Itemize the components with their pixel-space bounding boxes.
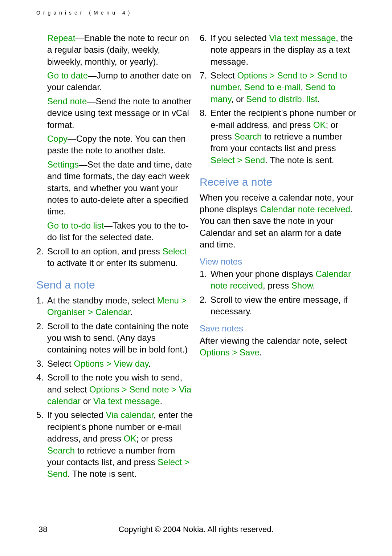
text: ; or press [136, 434, 172, 443]
send-step-5: 5. If you selected Via calendar, enter t… [36, 409, 193, 480]
arrow-icon: > [182, 457, 189, 467]
option-copy: Copy—Copy the note. You can then paste t… [36, 133, 193, 157]
arrow-icon: > [235, 155, 245, 165]
arrow-icon: > [267, 70, 277, 80]
display-text: Calendar note received [260, 204, 350, 214]
softkey: OK [313, 120, 326, 130]
heading-save-notes: Save notes [200, 323, 356, 334]
softkey: Show [291, 281, 313, 290]
receive-paragraph: When you receive a calendar note, your p… [200, 192, 356, 251]
text: . The note is sent. [68, 469, 136, 479]
page: Organiser (Menu 4) Repeat—Enable the not… [0, 0, 392, 556]
softkey: OK [124, 434, 136, 443]
view-step-2: 2. Scroll to view the entire message, if… [200, 294, 356, 318]
arrow-icon: > [230, 347, 240, 357]
text: When your phone displays [211, 269, 316, 279]
menu-path: Calendar [95, 307, 130, 317]
view-step-1: 1. When your phone displays Calendar not… [200, 268, 356, 292]
softkey: Select [163, 246, 187, 256]
arrow-icon: > [307, 70, 317, 80]
menu-path: Options [200, 347, 230, 357]
softkey: Select [211, 155, 235, 165]
menu-path: Menu [157, 295, 179, 305]
term: Go to date [47, 70, 88, 80]
step-2-select: 2. Scroll to an option, and press Select… [36, 246, 193, 269]
arrow-icon: > [179, 295, 187, 305]
save-paragraph: After viewing the calendar note, select … [200, 335, 356, 359]
term: Copy [47, 134, 68, 144]
text: or [81, 396, 93, 406]
send-step-4: 4. Scroll to the note you wish to send, … [36, 372, 193, 407]
text: . [317, 94, 320, 104]
step-number: 2. [200, 294, 211, 318]
arrow-icon: > [169, 384, 179, 394]
step-number: 4. [36, 372, 47, 407]
running-header: Organiser (Menu 4) [36, 9, 356, 16]
menu-path: Save [240, 347, 260, 357]
menu-path: Organiser [47, 307, 85, 317]
text: Scroll to the date containing the note y… [47, 321, 193, 356]
arrow-icon: > [104, 359, 114, 368]
menu-path: Via text message [269, 33, 336, 43]
term: Go to to-do list [47, 221, 104, 230]
menu-path: Send to [277, 70, 307, 80]
text: If you selected [47, 410, 106, 420]
option-send-note: Send note—Send the note to another devic… [36, 96, 193, 131]
step-number: 1. [200, 268, 211, 292]
send-step-3: 3. Select Options > View day. [36, 358, 193, 370]
footer-copyright: Copyright © 2004 Nokia. All rights reser… [0, 524, 392, 535]
text: , [240, 82, 244, 92]
softkey: Send [47, 469, 68, 479]
softkey: Search [234, 132, 262, 141]
text: After viewing the calendar note, select [200, 336, 347, 346]
option-repeat: Repeat—Enable the note to recur on a reg… [36, 32, 193, 68]
menu-path: Options [74, 359, 104, 368]
option-go-to-todo: Go to to-do list—Takes you to the to-do … [36, 220, 193, 243]
menu-path: View day [114, 359, 148, 368]
text: to activate it or enter its submenu. [47, 258, 178, 268]
text: Select [211, 70, 237, 80]
menu-path: Options [89, 384, 119, 394]
menu-path: Send note [129, 384, 169, 394]
term: Send note [47, 96, 87, 106]
term: Settings [47, 160, 79, 169]
arrow-icon: > [119, 384, 129, 394]
step-number: 5. [36, 409, 47, 480]
step-number: 1. [36, 295, 47, 318]
softkey: Select [158, 457, 182, 467]
menu-path: Via text message [93, 396, 160, 406]
menu-path: Send to e-mail [244, 82, 301, 92]
arrow-icon: > [85, 307, 95, 317]
text: . [148, 359, 151, 368]
text: Scroll to an option, and press [47, 246, 163, 256]
text: . [313, 281, 315, 290]
heading-view-notes: View notes [200, 256, 356, 267]
text: , [301, 82, 305, 92]
menu-path: Options [237, 70, 267, 80]
send-step-2: 2. Scroll to the date containing the not… [36, 321, 193, 356]
text: , press [263, 281, 291, 290]
step-number: 6. [200, 32, 211, 68]
step-number: 2. [36, 321, 47, 356]
heading-receive-a-note: Receive a note [200, 175, 356, 190]
step-number: 3. [36, 358, 47, 370]
step-number: 2. [36, 246, 47, 269]
text: . [160, 396, 162, 406]
heading-send-a-note: Send a note [36, 278, 193, 293]
softkey: Search [47, 446, 75, 455]
option-go-to-date: Go to date—Jump to another date on your … [36, 70, 193, 93]
send-step-7: 7. Select Options > Send to > Send to nu… [200, 70, 356, 105]
text: , or [231, 94, 246, 104]
step-number: 8. [200, 107, 211, 166]
text: At the standby mode, select [47, 295, 157, 305]
menu-path: Via calendar [106, 410, 154, 420]
step-number: 7. [200, 70, 211, 105]
text: Scroll to view the entire message, if ne… [211, 294, 356, 318]
send-step-6: 6. If you selected Via text message, the… [200, 32, 356, 68]
softkey: Send [245, 155, 265, 165]
body-columns: Repeat—Enable the note to recur on a reg… [36, 32, 356, 505]
text: If you selected [211, 33, 269, 43]
menu-path: Send to distrib. list [246, 94, 317, 104]
term: Repeat [47, 33, 75, 43]
text: . [130, 307, 133, 317]
